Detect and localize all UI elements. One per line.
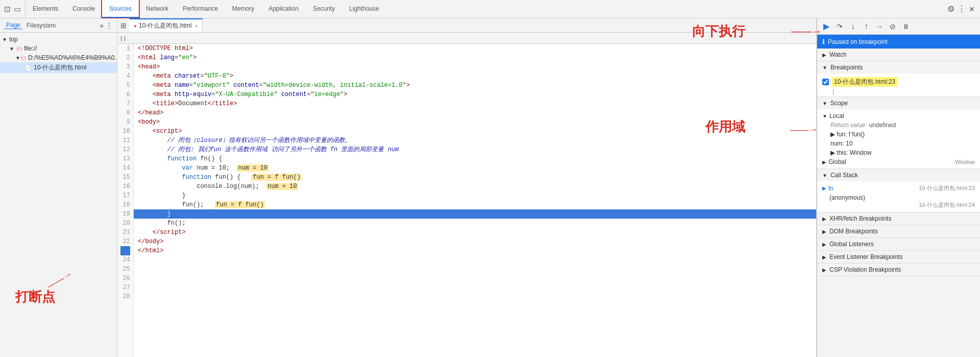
- scope-label: Scope: [830, 100, 848, 107]
- call-anon-name: (anonymous): [822, 194, 865, 201]
- watch-header[interactable]: ▶ Watch: [817, 49, 980, 61]
- scope-num-label: num: 10: [830, 140, 852, 147]
- pause-on-exception-button[interactable]: ⏸: [900, 20, 912, 33]
- scope-arrow-icon: ▼: [822, 101, 827, 106]
- tab-file-icon: ●: [134, 23, 137, 29]
- step-out-button[interactable]: ↑: [860, 20, 872, 33]
- scope-header[interactable]: ▼ Scope: [817, 97, 980, 109]
- code-line-9: </head>: [134, 108, 816, 117]
- sidebar-file-tree: ▼ top ▼ 🗁 file:// ▼ 🗁 D:/%E5%AD%A6%E4%B9…: [0, 33, 117, 357]
- scope-this-row[interactable]: ▶ this: Window: [822, 148, 975, 157]
- csp-label: CSP Violation Breakpoints: [829, 266, 901, 273]
- code-line-21: }: [134, 191, 816, 200]
- code-line-18: function fun() { fun = f fun(): [134, 173, 816, 182]
- code-line-11: <body>: [134, 117, 816, 127]
- tree-item-file[interactable]: ▼ 🗁 file://: [0, 44, 117, 53]
- sidebar-menu-icon[interactable]: ⋮: [106, 21, 113, 30]
- code-line-25: </script>: [134, 228, 816, 237]
- event-listener-header[interactable]: ▶ Event Listener Breakpoints: [817, 251, 980, 263]
- call-item-fn[interactable]: ▶ fn 10-什么是闭包.html:23: [822, 183, 975, 193]
- scope-local-header[interactable]: ▼ Local: [822, 111, 975, 121]
- tree-item-html-file[interactable]: 📄 10-什么是闭包.html: [0, 62, 117, 73]
- close-devtools-icon[interactable]: ✕: [969, 5, 975, 13]
- tab-memory[interactable]: Memory: [225, 0, 261, 18]
- tab-performance[interactable]: Performance: [176, 0, 225, 18]
- tab-application[interactable]: Application: [261, 0, 306, 18]
- devtools-window-icons: ⊡ ▭: [0, 0, 26, 18]
- deactivate-button[interactable]: ⊘: [887, 20, 899, 33]
- event-listener-label: Event Listener Breakpoints: [829, 253, 902, 260]
- step-into-button[interactable]: ↓: [847, 20, 859, 33]
- scope-global-val: Window: [955, 159, 975, 165]
- inspect-icon[interactable]: ⊡: [4, 5, 11, 14]
- code-line-13: // 闭包（closure）指有权访问另一个函数作用域中变量的函数。: [134, 136, 816, 145]
- code-line-8: <title>Document</title>: [134, 99, 816, 108]
- call-stack-arrow-icon: ▼: [822, 173, 827, 178]
- editor-tab-label: 10-什么是闭包.html: [139, 21, 191, 30]
- global-listeners-header[interactable]: ▶ Global Listeners: [817, 238, 980, 250]
- call-stack-header[interactable]: ▼ Call Stack: [817, 169, 980, 181]
- resume-button[interactable]: ▶: [820, 20, 832, 33]
- code-line-4: <head>: [134, 62, 816, 72]
- tab-lighthouse[interactable]: Lighthouse: [342, 0, 386, 18]
- dom-label: DOM Breakpoints: [829, 228, 878, 235]
- new-tab-icon[interactable]: ⊞: [117, 21, 130, 30]
- tree-arrow-d: ▼: [15, 55, 20, 61]
- dom-header[interactable]: ▶ DOM Breakpoints: [817, 225, 980, 237]
- sidebar-tab-filesystem[interactable]: Filesystem: [24, 22, 58, 29]
- debug-toolbar: ▶ ↷ ↓ ↑ → ⊘ ⏸: [817, 18, 980, 35]
- format-icon[interactable]: { }: [120, 35, 126, 41]
- scope-local-label: Local: [829, 112, 844, 120]
- breakpoint-item[interactable]: 10-什么是闭包.html:23: [822, 76, 975, 88]
- tree-arrow-file: ▼: [9, 46, 16, 52]
- scope-return-value: undefined: [869, 122, 896, 129]
- csp-section: ▶ CSP Violation Breakpoints: [817, 264, 980, 276]
- breakpoints-header[interactable]: ▼ Breakpoints: [817, 61, 980, 74]
- devtools-topbar: ⊡ ▭ Elements Console Sources Network Per…: [0, 0, 980, 18]
- editor-tab-close[interactable]: ×: [194, 23, 198, 29]
- scope-global-label: Global: [828, 158, 846, 165]
- tab-security[interactable]: Security: [306, 0, 342, 18]
- tab-network[interactable]: Network: [139, 0, 176, 18]
- csp-header[interactable]: ▶ CSP Violation Breakpoints: [817, 264, 980, 276]
- scope-fun-row[interactable]: ▶ fun: f fun(): [822, 130, 975, 139]
- code-editor[interactable]: 1 2 3 4 5 6 7 8 9 10 11 12 13 14 15 16 1…: [117, 44, 816, 357]
- more-options-icon[interactable]: ⋮: [958, 4, 966, 14]
- scope-this-label: ▶ this: Window: [830, 149, 871, 156]
- xhr-header[interactable]: ▶ XHR/fetch Breakpoints: [817, 212, 980, 225]
- step-over-button[interactable]: ↷: [834, 20, 846, 33]
- top-label: top: [9, 36, 18, 43]
- code-line-1: <!DOCTYPE html>: [134, 44, 816, 53]
- settings-icon[interactable]: ⚙: [947, 4, 954, 14]
- code-line-6: <meta name="viewport" content="width=dev…: [134, 81, 816, 90]
- call-stack-label: Call Stack: [830, 172, 858, 179]
- watch-arrow-icon: ▶: [822, 52, 826, 58]
- call-stack-section: ▼ Call Stack ▶ fn 10-什么是闭包.html:23 (anon…: [817, 169, 980, 212]
- call-fn-arrow: ▶: [822, 185, 826, 191]
- more-sidebar-icon[interactable]: »: [100, 21, 104, 30]
- html-file-icon: 📄: [24, 64, 32, 72]
- tab-elements[interactable]: Elements: [26, 0, 65, 18]
- step-button[interactable]: →: [873, 20, 886, 33]
- global-listeners-section: ▶ Global Listeners: [817, 238, 980, 251]
- tree-item-d-folder[interactable]: ▼ 🗁 D:/%E5%AD%A6%E4%B9%A0...: [0, 53, 117, 62]
- tree-arrow-top: ▼: [2, 37, 9, 42]
- call-fn-name: fn: [828, 185, 834, 192]
- breakpoints-section: ▼ Breakpoints 10-什么是闭包.html:23 }: [817, 61, 980, 97]
- call-item-anon[interactable]: (anonymous) 10-什么是闭包.html:24: [822, 193, 975, 210]
- tree-item-top[interactable]: ▼ top: [0, 35, 117, 44]
- scope-return-row: Return value: undefined: [822, 121, 975, 130]
- editor-tab-active[interactable]: ● 10-什么是闭包.html ×: [130, 18, 203, 32]
- d-folder-label: D:/%E5%AD%A6%E4%B9%A0...: [28, 54, 117, 61]
- call-anon-loc: 10-什么是闭包.html:24: [919, 201, 975, 209]
- dom-arrow-icon: ▶: [822, 229, 826, 234]
- device-icon[interactable]: ▭: [14, 5, 21, 14]
- file-sidebar: Page Filesystem » ⋮ ▼ top ▼ 🗁 file:// ▼ …: [0, 18, 117, 357]
- right-panel-scroll[interactable]: ℹ Paused on breakpoint ▶ Watch ▼ Breakpo…: [817, 35, 980, 357]
- tab-sources[interactable]: Sources: [102, 0, 139, 18]
- scope-global-header[interactable]: ▶ Global Window: [822, 157, 975, 166]
- sidebar-tab-page[interactable]: Page: [4, 21, 22, 29]
- scope-global-arrow: ▶: [822, 159, 826, 165]
- tab-console[interactable]: Console: [65, 0, 102, 18]
- breakpoint-checkbox[interactable]: [822, 79, 829, 85]
